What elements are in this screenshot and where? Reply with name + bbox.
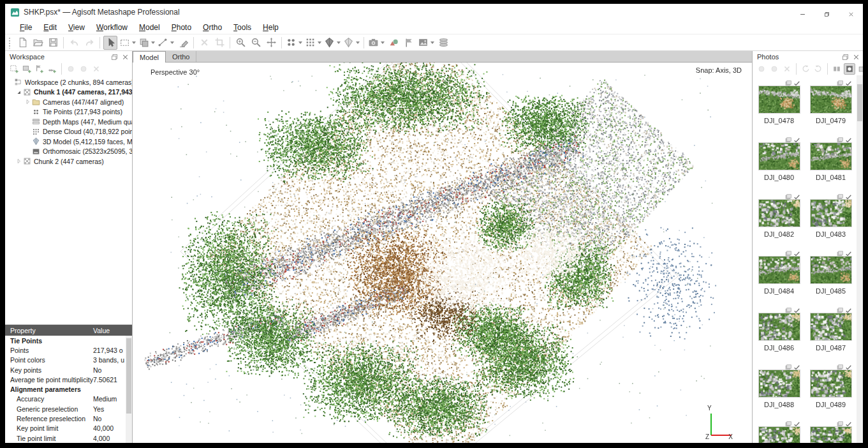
Average tie point multiplicity-button[interactable]: Average tie point multiplicity 7.50621	[5, 375, 132, 384]
Tie Points-button[interactable]: Tie Points	[5, 336, 132, 345]
filter-photos-button[interactable]	[831, 63, 842, 75]
menu-edit[interactable]: Edit	[38, 22, 63, 33]
tab-model[interactable]: Model	[133, 51, 166, 63]
model-solid-view-button[interactable]	[342, 36, 360, 50]
show-markers-button[interactable]	[402, 36, 416, 50]
photo-thumbnail[interactable]	[758, 199, 800, 227]
Tie point limit-button[interactable]: Tie point limit 4,000	[5, 433, 132, 443]
Points-button[interactable]: Points 217,943 o	[5, 345, 132, 355]
tree-expander-icon[interactable]	[24, 138, 31, 145]
Reference preselection-button[interactable]: Reference preselection No	[5, 414, 132, 423]
tree-expander-icon[interactable]	[15, 89, 22, 96]
tree-expander-icon[interactable]	[15, 158, 22, 165]
tree-expander-icon[interactable]	[24, 118, 31, 125]
workspace-tree-item[interactable]: Chunk 2 (447 cameras)	[5, 156, 132, 167]
show-cameras-button[interactable]	[367, 36, 385, 50]
menu-photo[interactable]: Photo	[166, 22, 197, 33]
toolbar-grip[interactable]	[8, 37, 11, 49]
add-scalebar-button[interactable]	[47, 63, 58, 75]
workspace-tree-item[interactable]: Orthomosaic (25323x25095, 3.27 cm	[5, 147, 132, 157]
tree-expander-icon[interactable]	[24, 148, 31, 155]
photo-thumbnail[interactable]	[810, 426, 852, 443]
photo-thumbnail[interactable]	[758, 256, 800, 284]
photo-thumbnail[interactable]	[810, 370, 852, 398]
crop-selection-button[interactable]	[212, 36, 226, 50]
photo-item[interactable]: DJI_0480	[753, 133, 805, 190]
workspace-tree-item[interactable]: 3D Model (5,412,159 faces, Medium	[5, 137, 132, 147]
photos-scrollbar[interactable]	[857, 75, 863, 443]
disable-item-button[interactable]	[78, 63, 89, 75]
menu-help[interactable]: Help	[257, 22, 284, 33]
tab-ortho[interactable]: Ortho	[166, 51, 197, 62]
eraser-button[interactable]	[176, 36, 190, 50]
add-chunk-button[interactable]	[8, 63, 20, 75]
photo-item[interactable]: DJI_0488	[753, 361, 805, 417]
photo-item[interactable]: DJI_0485	[805, 247, 857, 304]
point-cloud-canvas[interactable]	[133, 63, 752, 443]
texture-view-button[interactable]	[417, 36, 435, 50]
workspace-tree-item[interactable]: Workspace (2 chunks, 894 cameras)	[5, 77, 132, 87]
menu-workflow[interactable]: Workflow	[91, 22, 133, 33]
Key points-button[interactable]: Key points No	[5, 365, 132, 375]
menu-model[interactable]: Model	[133, 22, 166, 33]
photo-thumbnail[interactable]	[758, 142, 800, 170]
Key point limit-button[interactable]: Key point limit 40,000	[5, 424, 132, 433]
delete-selection-button[interactable]	[197, 36, 211, 50]
add-marker-button[interactable]	[34, 63, 45, 75]
tree-expander-icon[interactable]	[24, 98, 31, 105]
photo-thumbnail[interactable]	[758, 426, 800, 443]
minimize-button-button[interactable]	[790, 4, 814, 20]
enable-item-button[interactable]	[65, 63, 77, 75]
dense-cloud-view-button[interactable]	[304, 36, 322, 50]
Accuracy-button[interactable]: Accuracy Medium	[5, 394, 132, 404]
photo-item[interactable]	[805, 417, 857, 443]
photo-item[interactable]: DJI_0486	[753, 304, 805, 361]
Generic preselection-button[interactable]: Generic preselection Yes	[5, 404, 132, 414]
enable-cameras-button[interactable]	[756, 63, 767, 75]
tie-points-view-button[interactable]	[285, 36, 303, 50]
workspace-tree-item[interactable]: Dense Cloud (40,718,922 points, Me	[5, 127, 132, 137]
photo-thumbnail[interactable]	[810, 199, 852, 227]
close-button-button[interactable]	[839, 4, 863, 20]
photo-view-button[interactable]	[844, 63, 855, 75]
float-panel-icon[interactable]	[841, 52, 850, 61]
float-panel-icon[interactable]	[110, 52, 119, 61]
workspace-tree-item[interactable]: Tie Points (217,943 points)	[5, 107, 132, 117]
menu-view[interactable]: View	[63, 22, 91, 33]
photo-thumbnail[interactable]	[810, 313, 852, 341]
zoom-out-button[interactable]	[249, 36, 263, 50]
photo-item[interactable]: DJI_0483	[805, 190, 857, 247]
add-photos-button[interactable]	[21, 63, 33, 75]
select-arrow-button[interactable]	[103, 36, 117, 50]
menu-ortho[interactable]: Ortho	[197, 22, 228, 33]
details-view-button[interactable]	[857, 63, 863, 75]
measure-line-button[interactable]	[157, 36, 175, 50]
open-project-button[interactable]	[31, 36, 45, 50]
photo-item[interactable]: DJI_0481	[805, 133, 857, 190]
rotate-right-button[interactable]	[813, 63, 824, 75]
navigation-button[interactable]	[264, 36, 278, 50]
properties-scrollbar[interactable]	[126, 336, 132, 443]
photo-item[interactable]: DJI_0482	[753, 190, 805, 247]
tree-expander-icon[interactable]	[24, 108, 31, 116]
photo-thumbnail[interactable]	[758, 86, 800, 114]
photo-item[interactable]: DJI_0489	[805, 361, 857, 417]
save-project-button[interactable]	[46, 36, 60, 50]
tree-expander-icon[interactable]	[6, 78, 13, 86]
photo-item[interactable]: DJI_0487	[805, 304, 857, 361]
close-panel-icon[interactable]	[121, 52, 129, 61]
photo-item[interactable]: DJI_0479	[805, 77, 857, 133]
photo-thumbnail[interactable]	[810, 142, 852, 170]
menu-file[interactable]: File	[14, 22, 38, 33]
scrollbar-thumb[interactable]	[126, 338, 131, 414]
restore-button-button[interactable]	[814, 4, 839, 20]
scrollbar-thumb[interactable]	[857, 84, 862, 121]
zoom-in-button[interactable]	[233, 36, 247, 50]
workspace-tree-item[interactable]: Chunk 1 (447 cameras, 217,943 points)	[5, 87, 132, 98]
photo-thumbnail[interactable]	[810, 256, 852, 284]
tree-expander-icon[interactable]	[24, 128, 31, 135]
workspace-tree-item[interactable]: Cameras (447/447 aligned)	[5, 97, 132, 107]
rectangle-selection-button[interactable]	[119, 36, 136, 50]
Point colors-button[interactable]: Point colors 3 bands, u	[5, 355, 132, 365]
remove-cameras-button[interactable]	[781, 63, 793, 75]
